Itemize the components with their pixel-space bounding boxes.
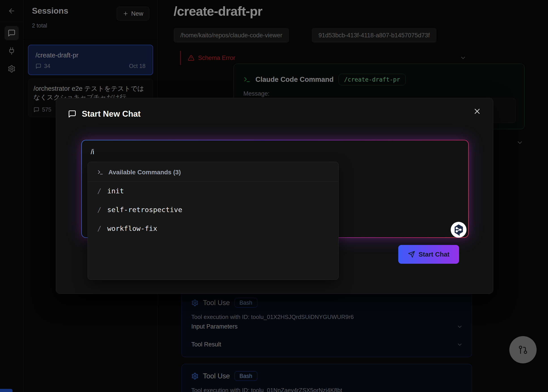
autocomplete-header: Available Commands (3) [108,169,181,176]
command-item-self-retrospective[interactable]: / self-retrospective [88,200,338,219]
command-prefix: / [97,224,101,232]
command-name: init [107,187,124,195]
start-chat-label: Start Chat [419,251,450,258]
app-root: Sessions New 2 total /create-draft-pr 34… [0,0,548,392]
start-chat-button[interactable]: Start Chat [398,245,459,264]
command-prefix: / [97,206,101,214]
hexagon-chat-logo-icon[interactable] [450,222,467,238]
modal-title: Start New Chat [82,109,141,119]
command-autocomplete: Available Commands (3) / init / self-ret… [88,162,339,280]
command-name: self-retrospective [107,206,182,214]
start-new-chat-modal: Start New Chat /i [56,98,493,294]
command-item-workflow-fix[interactable]: / workflow-fix [88,219,338,238]
terminal-icon [97,169,104,175]
command-item-init[interactable]: / init [88,182,338,200]
chat-bubble-icon [68,110,77,118]
command-name: workflow-fix [107,224,157,232]
send-icon [408,251,415,258]
close-icon[interactable] [473,107,481,116]
command-prefix: / [97,187,101,195]
